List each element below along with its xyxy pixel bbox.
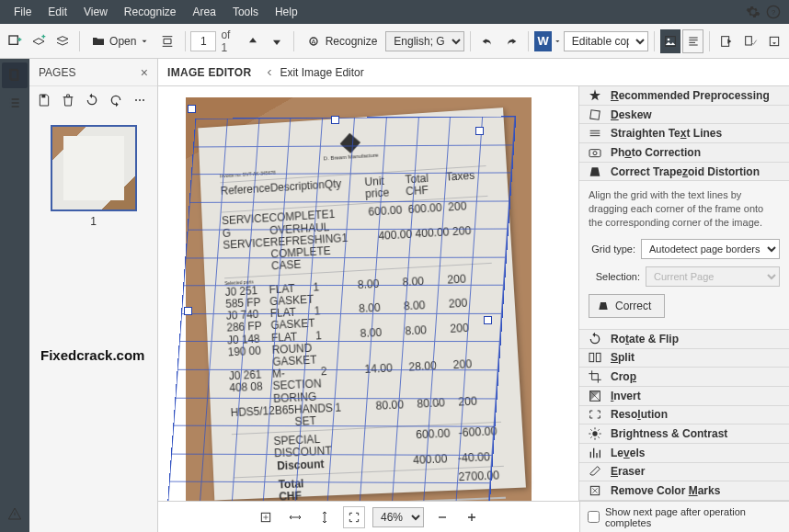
zoom-select[interactable]: 46% — [372, 507, 424, 527]
trapezoid-settings: Align the grid with the text lines by dr… — [579, 181, 789, 330]
redo-icon[interactable] — [500, 28, 522, 54]
warning-icon[interactable] — [2, 501, 28, 526]
handle-top-left[interactable] — [188, 105, 196, 113]
tool-split[interactable]: Split — [579, 349, 789, 368]
menu-view[interactable]: View — [75, 2, 116, 22]
svg-rect-8 — [745, 36, 751, 44]
page-up-icon[interactable] — [242, 28, 264, 54]
add-page-icon[interactable] — [28, 28, 50, 54]
scan-icon[interactable] — [156, 28, 178, 54]
camera-icon — [587, 144, 603, 161]
resolution-icon — [587, 406, 603, 423]
menu-file[interactable]: File — [6, 2, 40, 22]
stack-icon[interactable] — [51, 28, 74, 54]
chevron-left-icon — [264, 67, 275, 78]
toolbar: Open of 1 A Recognize English; German W … — [0, 24, 789, 59]
svg-point-13 — [135, 99, 137, 101]
rotate-ccw-icon[interactable] — [83, 91, 101, 109]
rail-pages-icon[interactable] — [2, 62, 28, 88]
pages-panel: PAGES × 1 Fixedcrack.com — [29, 59, 158, 532]
open-button[interactable]: Open — [86, 28, 154, 54]
tool-invert[interactable]: Invert — [579, 387, 789, 406]
exit-image-editor-button[interactable]: Exit Image Editor — [264, 66, 363, 79]
editor-footer: 46% Show next page after operation compl… — [158, 501, 789, 532]
menu-recognize[interactable]: Recognize — [116, 2, 185, 22]
handle-mid-right[interactable] — [484, 316, 492, 324]
svg-rect-17 — [589, 150, 600, 157]
language-select[interactable]: English; German — [385, 31, 464, 51]
chevron-down-icon — [140, 37, 149, 46]
image-view-icon[interactable] — [660, 29, 681, 53]
tool-remove-color-marks[interactable]: Remove Color Marks — [579, 481, 789, 501]
tool-photo-correction[interactable]: Photo Correction — [579, 143, 789, 163]
recognize-label: Recognize — [326, 35, 378, 48]
exit-label: Exit Image Editor — [280, 66, 363, 79]
menu-area[interactable]: Area — [185, 2, 224, 22]
svg-point-18 — [593, 152, 597, 155]
rotate-cw-icon[interactable] — [107, 91, 125, 109]
gear-icon[interactable] — [743, 2, 763, 22]
recognize-button[interactable]: A Recognize — [300, 28, 384, 54]
new-task-icon[interactable] — [4, 28, 26, 54]
text-view-icon[interactable] — [682, 29, 703, 53]
tool-crop[interactable]: Crop — [579, 368, 789, 387]
left-rail — [0, 59, 29, 532]
tool-resolution[interactable]: Resolution — [579, 406, 789, 425]
tool-eraser[interactable]: Eraser — [579, 463, 789, 482]
fit-width-icon[interactable] — [284, 506, 306, 528]
page-of-label: of 1 — [218, 28, 239, 54]
menu-bar: File Edit View Recognize Area Tools Help… — [0, 0, 789, 24]
delete-icon[interactable] — [59, 91, 77, 109]
help-icon[interactable]: ? — [763, 2, 783, 22]
zoom-out-icon[interactable] — [431, 506, 453, 528]
main-area: PAGES × 1 Fixedcrack.com IMAGE EDITOR Ex… — [0, 59, 789, 532]
menu-help[interactable]: Help — [267, 2, 306, 22]
trapezoid-icon — [597, 300, 610, 312]
svg-text:?: ? — [772, 8, 776, 17]
tool-correct-trapezoid[interactable]: Correct Trapezoid Distortion — [579, 163, 789, 182]
chevron-down-icon[interactable] — [554, 37, 562, 46]
straighten-icon — [587, 125, 603, 141]
save-icon[interactable] — [35, 91, 53, 109]
more-icon[interactable] — [131, 91, 149, 109]
page-down-icon[interactable] — [266, 28, 288, 54]
trapezoid-hint: Align the grid with the text lines by dr… — [589, 188, 780, 230]
tool-brightness-contrast[interactable]: Brightness & Contrast — [579, 424, 789, 444]
close-icon[interactable]: × — [141, 65, 148, 80]
send-icon[interactable] — [715, 28, 738, 54]
show-next-page-label: Show next page after operation completes — [605, 506, 782, 528]
fit-height-icon[interactable] — [314, 506, 336, 528]
tool-recommended-preprocessing[interactable]: Recommended Preprocessing — [579, 86, 789, 106]
verify-icon[interactable] — [739, 28, 761, 54]
pages-title: PAGES — [39, 66, 141, 79]
folder-icon — [91, 34, 106, 49]
tool-rotate-flip[interactable]: Rotate & Flip — [579, 330, 789, 349]
svg-rect-2 — [9, 36, 17, 44]
handle-mid-left[interactable] — [184, 307, 192, 315]
menu-edit[interactable]: Edit — [40, 2, 75, 22]
word-icon[interactable]: W — [534, 31, 552, 51]
show-next-page-checkbox[interactable] — [588, 511, 600, 523]
rail-list-icon[interactable] — [2, 90, 28, 116]
fullscreen-icon[interactable] — [343, 506, 365, 528]
menu-tools[interactable]: Tools — [224, 2, 267, 22]
zoom-in-icon[interactable] — [461, 506, 483, 528]
grid-type-label: Grid type: — [589, 243, 635, 255]
editable-copy-select[interactable]: Editable copy — [564, 31, 648, 51]
image-canvas[interactable]: D. Bream Manufacture Invoice no: DVT-AK-… — [158, 86, 579, 501]
undo-icon[interactable] — [476, 28, 498, 54]
tool-levels[interactable]: Levels — [579, 444, 789, 463]
tool-deskew[interactable]: Deskew — [579, 106, 789, 125]
handle-top-right[interactable] — [475, 127, 484, 135]
open-label: Open — [109, 35, 136, 48]
fit-page-icon[interactable] — [255, 506, 277, 528]
image-editor-title: IMAGE EDITOR — [167, 66, 251, 79]
page-number-input[interactable] — [190, 31, 216, 51]
export-icon[interactable] — [763, 28, 785, 54]
page-thumbnail[interactable]: 1 — [51, 125, 137, 228]
crop-icon — [587, 368, 603, 385]
correct-button[interactable]: Correct — [589, 294, 665, 318]
handle-top-mid[interactable] — [331, 116, 339, 124]
tool-straighten-text-lines[interactable]: Straighten Text Lines — [579, 124, 789, 143]
grid-type-select[interactable]: Autodetect page borders — [641, 239, 780, 259]
